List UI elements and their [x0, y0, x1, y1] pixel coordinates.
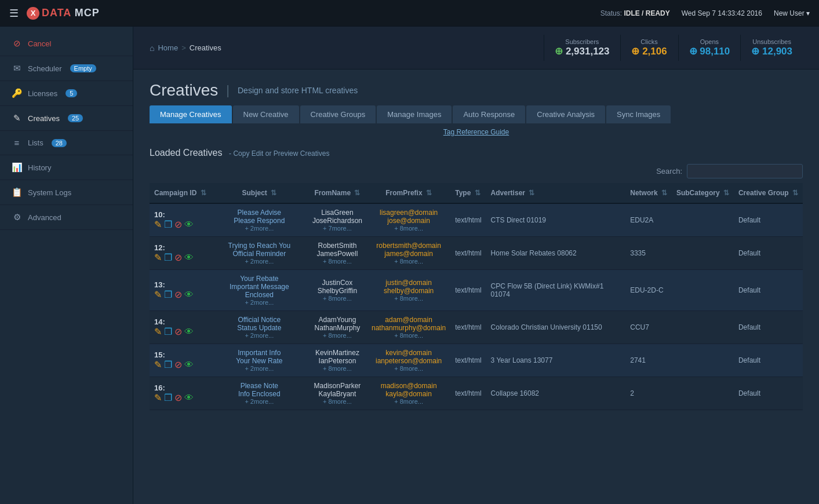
page-title: Creatives — [150, 81, 218, 100]
search-input[interactable] — [687, 164, 803, 178]
sidebar-item-lists-label: Lists — [28, 138, 43, 147]
edit-icon[interactable]: ✎ — [154, 359, 162, 370]
cell-type: text/html — [450, 377, 486, 410]
col-network[interactable]: Network ⇅ — [625, 183, 672, 203]
cell-subject: Trying to Reach YouOfficial Reminder+ 2m… — [211, 237, 308, 270]
history-icon: 📊 — [12, 162, 22, 173]
cell-subject: Please AdvisePlease Respond+ 2more... — [211, 203, 308, 237]
edit-icon[interactable]: ✎ — [154, 392, 162, 403]
tab-creative-groups[interactable]: Creative Groups — [300, 105, 376, 123]
table-row: 10: ✎ ❐ ⊘ 👁 Please AdvisePlease Respond+… — [150, 203, 803, 237]
preview-icon[interactable]: 👁 — [184, 220, 194, 230]
logo-text: DATA MCP — [42, 7, 100, 19]
tab-manage-images[interactable]: Manage Images — [377, 105, 452, 123]
disable-icon[interactable]: ⊘ — [174, 252, 182, 263]
preview-icon[interactable]: 👁 — [184, 360, 194, 370]
cell-from-prefix: madison@domainkayla@domain+ 8more... — [367, 377, 450, 410]
col-from-prefix[interactable]: FromPrefix ⇅ — [367, 183, 450, 203]
cell-from-name: KevinMartinezIanPeterson+ 8more... — [308, 344, 367, 377]
sidebar-item-system-logs[interactable]: 📋 System Logs — [0, 180, 133, 205]
tab-sync-images[interactable]: Sync Images — [606, 105, 671, 123]
sidebar-item-history[interactable]: 📊 History — [0, 155, 133, 180]
cell-creative-group: Default — [734, 311, 803, 344]
top-navbar: ☰ X DATA MCP Status: IDLE / READY Wed Se… — [0, 0, 819, 27]
disable-icon[interactable]: ⊘ — [174, 359, 182, 370]
disable-icon[interactable]: ⊘ — [174, 219, 182, 230]
cell-network: EDU-2D-C — [625, 270, 672, 311]
preview-icon[interactable]: 👁 — [184, 290, 194, 300]
edit-icon[interactable]: ✎ — [154, 219, 162, 230]
copy-icon[interactable]: ❐ — [164, 359, 172, 370]
cell-campaign-id: 14: ✎ ❐ ⊘ 👁 — [150, 311, 211, 344]
breadcrumb-home[interactable]: Home — [158, 43, 178, 52]
subject-link[interactable]: Official Reminder — [216, 250, 303, 258]
user-menu[interactable]: New User ▾ — [774, 9, 810, 17]
subject-more: + 2more... — [216, 299, 303, 306]
col-subject[interactable]: Subject ⇅ — [211, 183, 308, 203]
col-type[interactable]: Type ⇅ — [450, 183, 486, 203]
edit-icon[interactable]: ✎ — [154, 326, 162, 337]
sidebar: ⊘ Cancel ✉ Scheduler Empty 🔑 Licenses 5 … — [0, 27, 133, 504]
disable-icon[interactable]: ⊘ — [174, 392, 182, 403]
subject-link[interactable]: Important Message Enclosed — [216, 283, 303, 299]
sidebar-item-licenses[interactable]: 🔑 Licenses 5 — [0, 81, 133, 106]
breadcrumb-bar: ⌂ Home > Creatives Subscribers ⊕ 2,931,1… — [133, 27, 819, 70]
cell-subcategory — [672, 344, 734, 377]
sidebar-item-scheduler-label: Scheduler — [28, 64, 62, 73]
table-header-row: Loaded Creatives - Copy Edit or Preview … — [150, 148, 803, 158]
col-advertiser[interactable]: Advertiser ⇅ — [486, 183, 626, 203]
subject-link[interactable]: Your Rebate — [216, 275, 303, 283]
sidebar-item-lists[interactable]: ≡ Lists 28 — [0, 131, 133, 155]
system-logs-icon: 📋 — [12, 187, 22, 198]
cell-from-prefix: adam@domainnathanmurphy@domain+ 8more... — [367, 311, 450, 344]
cell-network: 2 — [625, 377, 672, 410]
sidebar-item-history-label: History — [28, 163, 51, 172]
hamburger-menu[interactable]: ☰ — [9, 7, 19, 20]
subject-link[interactable]: Official Notice — [216, 316, 303, 324]
edit-icon[interactable]: ✎ — [154, 252, 162, 263]
col-creative-group[interactable]: Creative Group ⇅ — [734, 183, 803, 203]
sidebar-item-scheduler[interactable]: ✉ Scheduler Empty — [0, 56, 133, 81]
subject-link[interactable]: Your New Rate — [216, 357, 303, 365]
tag-reference-guide-link[interactable]: Tag Reference Guide — [150, 125, 803, 140]
tab-auto-response[interactable]: Auto Response — [453, 105, 525, 123]
campaign-id-value: 16: — [154, 384, 165, 392]
col-subcategory[interactable]: SubCategory ⇅ — [672, 183, 734, 203]
subject-link[interactable]: Important Info — [216, 349, 303, 357]
tab-new-creative[interactable]: New Creative — [233, 105, 299, 123]
campaign-id-value: 15: — [154, 350, 165, 359]
copy-icon[interactable]: ❐ — [164, 392, 172, 403]
sidebar-item-cancel[interactable]: ⊘ Cancel — [0, 31, 133, 56]
cell-type: text/html — [450, 311, 486, 344]
cell-type: text/html — [450, 344, 486, 377]
preview-icon[interactable]: 👁 — [184, 327, 194, 337]
disable-icon[interactable]: ⊘ — [174, 326, 182, 337]
scheduler-icon: ✉ — [12, 63, 22, 74]
copy-icon[interactable]: ❐ — [164, 289, 172, 300]
table-subtitle: - Copy Edit or Preview Creatives — [229, 149, 329, 158]
subject-link[interactable]: Trying to Reach You — [216, 242, 303, 250]
col-campaign-id[interactable]: Campaign ID ⇅ — [150, 183, 211, 203]
col-from-name[interactable]: FromName ⇅ — [308, 183, 367, 203]
edit-icon[interactable]: ✎ — [154, 289, 162, 300]
subject-link[interactable]: Please Respond — [216, 217, 303, 225]
sidebar-item-advanced[interactable]: ⚙ Advanced — [0, 205, 133, 230]
subject-link[interactable]: Info Enclosed — [216, 390, 303, 398]
copy-icon[interactable]: ❐ — [164, 326, 172, 337]
table-title-area: Loaded Creatives - Copy Edit or Preview … — [150, 148, 329, 158]
cell-campaign-id: 13: ✎ ❐ ⊘ 👁 — [150, 270, 211, 311]
disable-icon[interactable]: ⊘ — [174, 289, 182, 300]
tab-creative-analysis[interactable]: Creative Analysis — [526, 105, 605, 123]
preview-icon[interactable]: 👁 — [184, 253, 194, 263]
subject-link[interactable]: Please Advise — [216, 209, 303, 217]
cell-network: CCU7 — [625, 311, 672, 344]
copy-icon[interactable]: ❐ — [164, 219, 172, 230]
subject-link[interactable]: Please Note — [216, 382, 303, 390]
copy-icon[interactable]: ❐ — [164, 252, 172, 263]
subject-link[interactable]: Status Update — [216, 324, 303, 332]
breadcrumb: ⌂ Home > Creatives — [150, 43, 221, 53]
tab-manage-creatives[interactable]: Manage Creatives — [150, 105, 232, 123]
sidebar-item-creatives[interactable]: ✎ Creatives 25 — [0, 106, 133, 131]
preview-icon[interactable]: 👁 — [184, 393, 194, 403]
table-section: Loaded Creatives - Copy Edit or Preview … — [133, 140, 819, 418]
